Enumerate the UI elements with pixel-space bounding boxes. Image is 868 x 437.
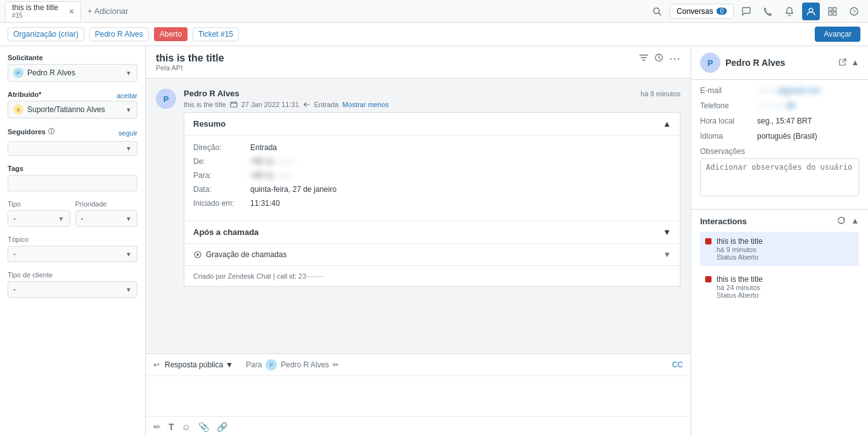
prioridade-label: Prioridade (75, 200, 138, 208)
idioma-label: Idioma (700, 132, 757, 141)
rs-user-name: Pedro R Alves (725, 58, 833, 68)
breadcrumb-org[interactable]: Organização (criar) (8, 27, 84, 41)
tags-section: Tags (8, 165, 137, 191)
atribuido-section: Atribuído* aceitar S Suporte/Tatianno Al… (8, 91, 137, 118)
prioridade-select[interactable]: - ▼ (75, 210, 138, 227)
solicitante-select[interactable]: P Pedro R Alves ▼ (8, 64, 137, 82)
message-avatar: P (156, 89, 176, 109)
help-icon[interactable]: ? (845, 3, 863, 20)
from-label: De: (193, 157, 250, 166)
history-icon[interactable] (654, 53, 664, 65)
interaction-title-2: this is the title (717, 275, 854, 284)
rs-external-link-icon[interactable] (838, 58, 847, 68)
seguidores-link[interactable]: seguir (118, 129, 137, 137)
right-sidebar: P Pedro R Alves ▲ E-mail ··········@gmai… (691, 46, 868, 437)
rs-collapse-icon[interactable]: ▲ (851, 58, 859, 68)
main-layout: Solicitante P Pedro R Alves ▼ Atribuído*… (0, 46, 868, 437)
interactions-refresh-icon[interactable] (837, 216, 846, 227)
show-less-link[interactable]: Mostrar menos (342, 101, 388, 108)
interactions-header: Interactions ▲ (700, 216, 859, 227)
reply-to-avatar: P (265, 359, 277, 370)
rs-body: E-mail ··········@gmail.com Telefone ···… (691, 80, 868, 209)
conversation-area: P Pedro R Alves há 9 minutos this is the… (146, 79, 691, 353)
hora-label: Hora local (700, 117, 757, 125)
reply-toolbar: ↩ Resposta pública ▼ Para P Pedro R Alve… (146, 354, 691, 376)
tags-input[interactable] (8, 175, 137, 191)
chat-icon[interactable] (737, 3, 755, 20)
recording-title: Gravação de chamadas (206, 250, 286, 259)
format-emoji-icon[interactable]: ☺ (182, 422, 191, 432)
more-icon[interactable]: ⋯ (669, 53, 680, 65)
breadcrumb-ticket[interactable]: Ticket #15 (193, 27, 239, 41)
conversas-button[interactable]: Conversas 0 (670, 4, 734, 19)
after-call-row[interactable]: Após a chamada ▼ (184, 220, 680, 243)
close-tab-icon[interactable]: × (69, 6, 74, 16)
svg-rect-4 (833, 8, 836, 11)
user-icon[interactable] (802, 3, 820, 20)
search-icon[interactable] (648, 3, 666, 20)
bell-icon[interactable] (781, 3, 798, 20)
interaction-status-2: Status Aberto (717, 291, 854, 299)
breadcrumb-user[interactable]: Pedro R Alves (89, 27, 149, 41)
grid-icon[interactable] (824, 3, 841, 20)
topico-select[interactable]: - ▼ (8, 246, 137, 262)
tipo-label: Tipo (8, 200, 70, 208)
seguidores-select[interactable]: ▼ (8, 141, 137, 156)
seguidores-info-icon[interactable]: ⓘ (48, 127, 54, 136)
avançar-button[interactable]: Avançar (815, 27, 860, 42)
direction-val: Entrada (250, 143, 277, 152)
solicitante-section: Solicitante P Pedro R Alves ▼ (8, 54, 137, 82)
format-bold-icon[interactable]: T (169, 422, 174, 432)
svg-rect-6 (833, 12, 836, 15)
filter-icon[interactable] (639, 53, 649, 65)
recording-row[interactable]: Gravação de chamadas ▼ (184, 243, 680, 265)
edit-to-icon[interactable]: ✏ (333, 360, 339, 369)
atribuido-select[interactable]: S Suporte/Tatianno Alves ▼ (8, 101, 137, 118)
interaction-dot-2 (705, 276, 712, 282)
tab-title: this is the title (12, 3, 58, 12)
rs-phone-row: Telefone ··············98 (700, 101, 859, 110)
breadcrumb-status: Aberto (154, 27, 188, 41)
solicitante-name: Pedro R Alves (27, 68, 75, 77)
conversas-badge: 0 (717, 8, 727, 15)
msg-ticket-ref: this is the title (184, 101, 226, 108)
interaction-time-2: há 24 minutos (717, 284, 854, 291)
reply-textarea[interactable] (146, 376, 691, 414)
interaction-item-1[interactable]: this is the title há 9 minutos Status Ab… (700, 232, 859, 266)
to-label: Para: (193, 171, 250, 180)
add-tab-button[interactable]: + Adicionar (82, 4, 134, 18)
phone-icon[interactable] (759, 3, 777, 20)
started-val: 11:31:40 (250, 199, 280, 208)
tags-label: Tags (8, 165, 137, 172)
tipo-cliente-select[interactable]: - ▼ (8, 281, 137, 298)
solicitante-label: Solicitante (8, 54, 137, 61)
active-tab[interactable]: this is the title #15 × (5, 1, 81, 22)
obs-textarea[interactable] (700, 158, 859, 196)
atribuido-link[interactable]: aceitar (117, 92, 137, 99)
summary-header[interactable]: Resumo ▲ (184, 113, 680, 136)
tipo-prioridade-section: Tipo - ▼ Prioridade - ▼ (8, 200, 137, 227)
tipo-cliente-section: Tipo de cliente - ▼ (8, 271, 137, 298)
rs-idioma-row: Idioma português (Brasil) (700, 132, 859, 141)
format-link-icon[interactable]: 🔗 (217, 422, 227, 432)
interaction-time-1: há 9 minutos (717, 246, 854, 253)
recording-chevron: ▼ (663, 250, 671, 259)
seguidores-section: Seguidores ⓘ seguir ▼ (8, 127, 137, 156)
rs-obs-row: Observações (700, 147, 859, 196)
interactions-collapse-icon[interactable]: ▲ (851, 216, 859, 227)
reply-to-user: Pedro R Alves (281, 360, 329, 369)
reply-arrow-icon: ↩ (153, 360, 160, 369)
cc-button[interactable]: CC (672, 360, 683, 369)
format-attachment-icon[interactable]: 📎 (198, 422, 209, 432)
reply-type-select[interactable]: Resposta pública ▼ (165, 360, 233, 369)
idioma-val: português (Brasil) (757, 132, 859, 141)
solicitante-avatar: P (13, 68, 23, 78)
email-val: ··········@gmail.com (757, 86, 859, 95)
interaction-item-2[interactable]: this is the title há 24 minutos Status A… (700, 270, 859, 304)
after-call-chevron: ▼ (663, 227, 671, 237)
tipo-select[interactable]: - ▼ (8, 210, 70, 227)
message-date: 27 Jan 2022 11:31 (241, 101, 299, 108)
rs-avatar: P (700, 53, 720, 73)
to-val: +55 11 ······· (250, 171, 291, 180)
format-text-icon[interactable]: ✏ (153, 422, 161, 432)
